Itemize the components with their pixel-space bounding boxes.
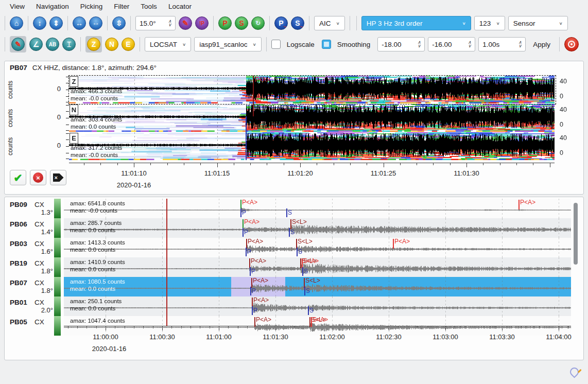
spinner-arrows-icon[interactable]: ∧∨ bbox=[418, 41, 421, 48]
angle-tool-icon[interactable]: ∠ bbox=[29, 38, 43, 51]
fit-horizontal-icon[interactable]: ⇔ bbox=[89, 16, 102, 30]
pick-marker-line[interactable] bbox=[304, 287, 305, 295]
component-n-button[interactable]: N bbox=[105, 38, 118, 51]
locator-profile-select[interactable]: iasp91_scanloc∨ bbox=[194, 37, 261, 51]
skip-station-button[interactable]: × bbox=[50, 170, 66, 185]
station-row-pb05[interactable]: PB05CXamax: 1047.4 countsP<A>S<L>S<A> bbox=[5, 316, 583, 336]
pick-pencil-icon[interactable]: ✎ bbox=[179, 16, 192, 30]
menu-item-navigation[interactable]: Navigation bbox=[30, 1, 75, 12]
station-row-pb19[interactable]: PB19CX1.8°amax: 1410.9 countsmean: 0.0 c… bbox=[5, 257, 583, 277]
trace-area[interactable]: amax: 1080.5 countsmean: 0.0 countsP<A>P… bbox=[64, 277, 571, 296]
spectrogram-canvas-z[interactable] bbox=[69, 76, 555, 103]
spectrum-min-spinner[interactable]: -18.00 ∧∨ bbox=[377, 37, 425, 51]
apply-button[interactable]: Apply bbox=[529, 39, 555, 50]
station-row-pb03[interactable]: PB03CX1.6°amax: 1413.3 countsmean: 0.0 c… bbox=[5, 238, 583, 257]
spectrogram-canvas-n[interactable] bbox=[69, 104, 555, 132]
station-row-pb07[interactable]: PB07CX1.8°amax: 1080.5 countsmean: 0.0 c… bbox=[5, 277, 583, 296]
station-distance: 1.8° bbox=[33, 267, 53, 275]
trace-area[interactable]: amax: 1410.9 countsmean: 0.0 countsP<A>P… bbox=[64, 257, 571, 277]
chevron-down-icon: ∨ bbox=[252, 42, 256, 47]
pick-marker-line[interactable] bbox=[309, 317, 310, 327]
trace-area[interactable]: amax: 250.1 countsmean: 0.0 countsP<A>PS bbox=[64, 296, 571, 316]
menu-item-locator[interactable]: Locator bbox=[163, 1, 197, 12]
trace-canvas[interactable] bbox=[64, 199, 571, 218]
pick-marker-line[interactable] bbox=[300, 258, 301, 268]
expand-horizontal-icon[interactable]: ↔ bbox=[73, 16, 86, 30]
trace-canvas[interactable] bbox=[64, 238, 571, 257]
spectrogram-pencil-icon[interactable]: ✎ bbox=[11, 38, 25, 51]
pick-marker-line[interactable] bbox=[289, 228, 290, 237]
station-row-pb06[interactable]: PB06CX1.4°amax: 285.7 countsmean: 0.0 co… bbox=[5, 218, 583, 238]
spectrum-max-spinner[interactable]: -16.00 ∧∨ bbox=[428, 37, 475, 51]
pick-marker-line[interactable] bbox=[518, 200, 520, 210]
menu-item-filter[interactable]: Filter bbox=[108, 1, 135, 12]
pick-s-icon[interactable]: S bbox=[235, 16, 248, 30]
component-z-button[interactable]: Z bbox=[87, 38, 100, 51]
station-row-pb01[interactable]: PB01CX2.0°amax: 250.1 countsmean: 0.0 co… bbox=[5, 296, 583, 316]
uncertainty-s-icon[interactable]: S~ bbox=[291, 16, 304, 30]
reset-zoom-icon[interactable]: ⇳ bbox=[112, 16, 126, 30]
pick-marker-line[interactable] bbox=[302, 267, 303, 276]
spinner-arrows-icon[interactable]: ∧∨ bbox=[518, 41, 522, 48]
pick-tool-icon[interactable]: ↻ bbox=[251, 16, 265, 30]
logscale-checkbox[interactable] bbox=[271, 40, 281, 49]
pick-marker-line[interactable] bbox=[286, 208, 287, 217]
spectrogram-canvas-e[interactable] bbox=[69, 132, 555, 160]
station-row-pb09[interactable]: PB09CX1.3°amax: 6541.8 countsmean: -0.0 … bbox=[5, 199, 583, 218]
vertical-scrollbar[interactable] bbox=[574, 203, 578, 265]
amplitude-tool-icon[interactable]: ⌶ bbox=[62, 38, 76, 51]
pick-marker-line[interactable] bbox=[251, 278, 252, 288]
picker-algorithm-select[interactable]: AIC∨ bbox=[314, 16, 345, 30]
pick-p-icon[interactable]: P bbox=[218, 16, 232, 30]
trace-canvas[interactable] bbox=[64, 218, 571, 238]
locator-select[interactable]: LOCSAT∨ bbox=[145, 37, 191, 51]
rotation-select[interactable]: 123∨ bbox=[474, 16, 505, 30]
y-tick-0: 0 bbox=[560, 93, 563, 100]
home-icon[interactable]: ⌂ bbox=[10, 16, 23, 30]
trace-canvas[interactable] bbox=[64, 296, 571, 316]
trace-area[interactable]: amax: 6541.8 countsmean: -0.0 countsP<A>… bbox=[64, 199, 571, 218]
smoothing-checkbox[interactable] bbox=[322, 40, 331, 49]
rename-tool-icon[interactable]: AB bbox=[46, 38, 59, 51]
pick-marker-line[interactable] bbox=[250, 267, 251, 276]
expand-vertical-icon[interactable]: ↕ bbox=[33, 16, 46, 30]
pick-marker-line[interactable] bbox=[240, 208, 241, 217]
spinner-arrows-icon[interactable]: ∧∨ bbox=[168, 20, 171, 27]
pick-marker-line[interactable] bbox=[250, 287, 251, 295]
separator bbox=[5, 37, 5, 51]
reject-pick-button[interactable]: × bbox=[30, 170, 46, 185]
zoom-pick-marker-line[interactable] bbox=[253, 76, 254, 116]
pick-marker-line[interactable] bbox=[246, 248, 247, 256]
time-window-spinner[interactable]: 1.00s ∧∨ bbox=[478, 37, 526, 51]
unit-select[interactable]: Sensor∨ bbox=[508, 16, 568, 30]
trace-area[interactable]: amax: 1047.4 countsP<A>S<L>S<A> bbox=[64, 316, 571, 336]
relocate-target-icon[interactable] bbox=[564, 37, 579, 51]
pick-marker-line[interactable] bbox=[311, 317, 312, 327]
pick-marker-line[interactable] bbox=[254, 317, 255, 327]
menu-item-picking[interactable]: Picking bbox=[75, 1, 109, 12]
pick-marker-line[interactable] bbox=[243, 228, 244, 237]
menu-item-view[interactable]: View bbox=[4, 1, 30, 12]
component-e-button[interactable]: E bbox=[122, 38, 135, 51]
confirm-pick-button[interactable]: ✔ bbox=[10, 170, 26, 185]
zoom-pick-marker-line[interactable] bbox=[246, 116, 247, 160]
pick-marker-line[interactable] bbox=[297, 248, 298, 256]
right-axis-bracket bbox=[551, 78, 558, 101]
origin-time-line bbox=[166, 199, 167, 326]
pick-marker-line[interactable] bbox=[290, 219, 291, 229]
fit-vertical-icon[interactable]: ⇕ bbox=[49, 16, 63, 30]
menu-item-tools[interactable]: Tools bbox=[135, 1, 163, 12]
spinner-arrows-icon[interactable]: ∧∨ bbox=[468, 41, 472, 48]
messaging-connection-icon[interactable] bbox=[568, 365, 580, 378]
trace-area[interactable]: amax: 1413.3 countsmean: 0.0 countsP<A>P… bbox=[64, 238, 571, 257]
filter-select[interactable]: HP 3 Hz 3rd order∨ bbox=[361, 16, 471, 30]
trace-area[interactable]: amax: 285.7 countsmean: 0.0 countsP<A>PS… bbox=[64, 218, 571, 238]
repick-icon[interactable]: !P bbox=[195, 16, 209, 30]
pick-marker-line[interactable] bbox=[308, 306, 309, 315]
zoom-angle-spinner[interactable]: 15.0° ∧∨ bbox=[135, 16, 176, 30]
uncertainty-p-icon[interactable]: P~ bbox=[274, 16, 288, 30]
axis-tick bbox=[184, 163, 184, 165]
axis-tick bbox=[433, 163, 434, 165]
pick-marker-line[interactable] bbox=[252, 306, 253, 315]
pick-marker-line[interactable] bbox=[393, 239, 394, 249]
